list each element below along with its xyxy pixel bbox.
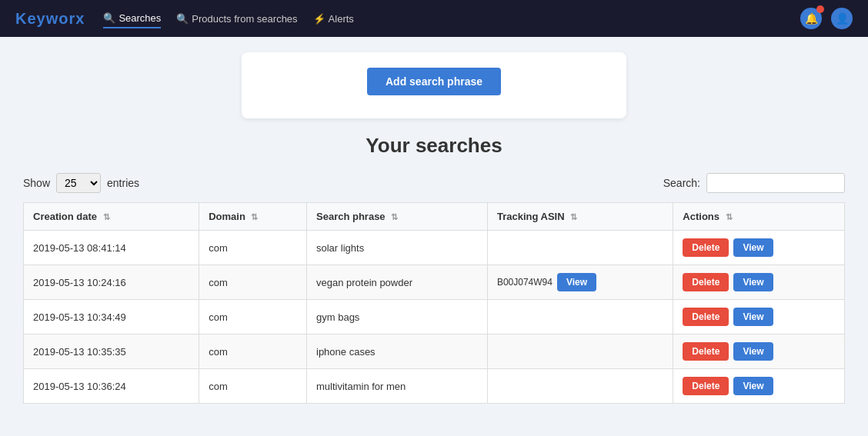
cell-actions: DeleteView [673,334,845,369]
header: Keyworx 🔍 Searches 🔍 Products from searc… [0,0,868,37]
delete-button[interactable]: Delete [683,342,729,361]
cell-domain: com [199,231,307,265]
cell-search-phrase: vegan protein powder [307,265,488,300]
delete-button[interactable]: Delete [683,377,729,395]
section-title: Your searches [23,134,845,158]
delete-button[interactable]: Delete [683,273,729,291]
cell-tracking-asin [487,300,673,334]
lightning-icon: ⚡ [313,13,326,25]
cell-actions: DeleteView [673,265,845,300]
asin-view-button[interactable]: View [557,273,596,291]
searches-table: Creation date ⇅ Domain ⇅ Search phrase ⇅… [23,202,845,404]
cell-actions: DeleteView [673,300,845,334]
sort-icon-actions: ⇅ [726,212,733,221]
view-button[interactable]: View [733,308,773,326]
sort-icon-creation-date: ⇅ [103,212,110,221]
col-search-phrase[interactable]: Search phrase ⇅ [307,203,488,231]
notifications-icon[interactable]: 🔔 [800,8,822,29]
search-icon: 🔍 [103,12,115,24]
cell-search-phrase: solar lights [307,231,488,265]
main-content: Your searches Show 25 10 50 100 entries … [0,118,868,419]
cell-domain: com [199,300,307,334]
cell-actions: DeleteView [673,231,845,265]
search-label: Search: [663,177,700,189]
table-row: 2019-05-13 08:41:14comsolar lightsDelete… [24,231,845,265]
notification-badge [816,5,824,13]
logo-key: Key [15,10,46,27]
nav-products-from-searches[interactable]: 🔍 Products from searches [176,9,297,28]
entries-select[interactable]: 25 10 50 100 [56,173,101,193]
search-input[interactable] [706,173,845,193]
view-button[interactable]: View [733,238,773,257]
header-icons: 🔔 👤 [800,8,853,29]
search-icon-2: 🔍 [176,13,189,25]
nav-alerts[interactable]: ⚡ Alerts [313,9,354,28]
cell-creation-date: 2019-05-13 08:41:14 [24,231,199,265]
col-domain[interactable]: Domain ⇅ [199,203,307,231]
cell-tracking-asin: B00J074W94View [487,265,673,300]
sort-icon-domain: ⇅ [251,212,258,221]
view-button[interactable]: View [733,377,773,395]
cell-creation-date: 2019-05-13 10:24:16 [24,265,199,300]
sort-icon-tracking-asin: ⇅ [570,212,577,221]
add-search-phrase-button[interactable]: Add search phrase [367,68,501,95]
col-creation-date[interactable]: Creation date ⇅ [24,203,199,231]
add-search-card: Add search phrase [242,52,626,118]
col-tracking-asin[interactable]: Tracking ASIN ⇅ [487,203,673,231]
nav-searches[interactable]: 🔍 Searches [103,9,161,28]
search-control: Search: [663,173,845,193]
cell-actions: DeleteView [673,369,845,404]
table-controls: Show 25 10 50 100 entries Search: [23,173,845,193]
cell-search-phrase: multivitamin for men [307,369,488,404]
cell-creation-date: 2019-05-13 10:35:35 [24,334,199,369]
table-row: 2019-05-13 10:34:49comgym bagsDeleteView [24,300,845,334]
table-header: Creation date ⇅ Domain ⇅ Search phrase ⇅… [24,203,845,231]
table-row: 2019-05-13 10:24:16comvegan protein powd… [24,265,845,300]
cell-creation-date: 2019-05-13 10:36:24 [24,369,199,404]
cell-domain: com [199,265,307,300]
view-button[interactable]: View [733,342,773,361]
logo: Keyworx [15,10,85,28]
view-button[interactable]: View [733,273,773,291]
delete-button[interactable]: Delete [683,238,729,257]
sort-icon-search-phrase: ⇅ [391,212,398,221]
cell-tracking-asin [487,369,673,404]
entries-label: entries [107,177,139,189]
cell-domain: com [199,334,307,369]
cell-domain: com [199,369,307,404]
table-row: 2019-05-13 10:35:35comiphone casesDelete… [24,334,845,369]
asin-value: B00J074W94 [497,277,553,288]
show-label: Show [23,177,50,189]
table-body: 2019-05-13 08:41:14comsolar lightsDelete… [24,231,845,404]
cell-creation-date: 2019-05-13 10:34:49 [24,300,199,334]
table-row: 2019-05-13 10:36:24commultivitamin for m… [24,369,845,404]
show-entries-control: Show 25 10 50 100 entries [23,173,139,193]
cell-tracking-asin [487,231,673,265]
top-card-area: Add search phrase [0,37,868,118]
delete-button[interactable]: Delete [683,308,729,326]
cell-search-phrase: gym bags [307,300,488,334]
col-actions[interactable]: Actions ⇅ [673,203,845,231]
user-avatar[interactable]: 👤 [831,8,853,29]
logo-worx: worx [46,10,85,27]
main-nav: 🔍 Searches 🔍 Products from searches ⚡ Al… [103,9,782,28]
cell-search-phrase: iphone cases [307,334,488,369]
cell-tracking-asin [487,334,673,369]
